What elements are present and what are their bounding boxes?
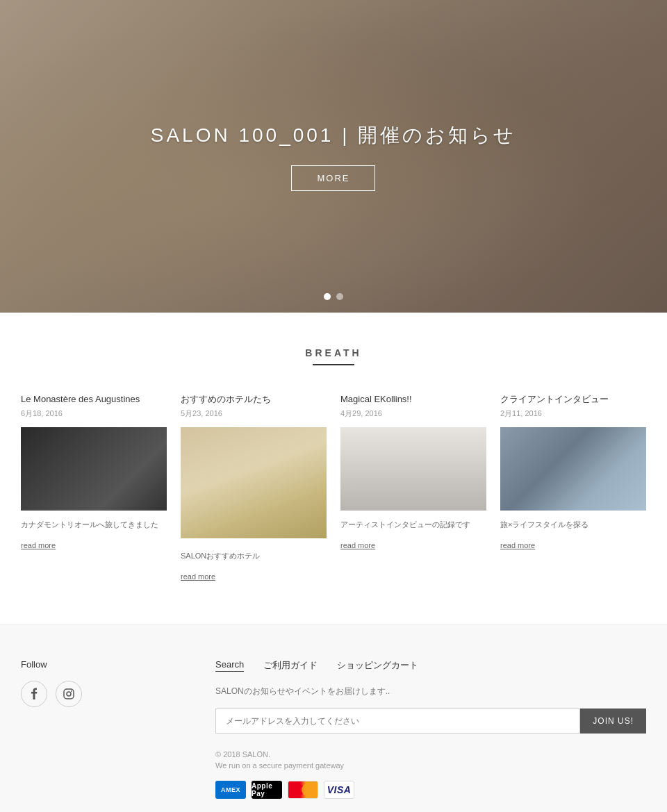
hero-title: SALON 100_001 | 開催のお知らせ [151,122,517,149]
footer-left: Follow [21,659,188,799]
blog-card-title-1: Le Monastère des Augustines [21,393,167,406]
blog-card-3: Magical EKollins!! 4月29, 2016 アーティストインタビ… [340,393,486,582]
footer-right: Search ご利用ガイド ショッピングカート SALONのお知らせやイベントを… [215,659,646,799]
blog-card-title-3: Magical EKollins!! [340,393,486,406]
email-row: JOIN US! [215,709,646,734]
instagram-icon[interactable] [56,681,82,707]
blog-card-img-2 [181,427,327,542]
monastery-image [21,427,167,511]
footer-nav-cart[interactable]: ショッピングカート [337,659,418,672]
carousel-dots [324,293,343,300]
carousel-dot-2[interactable] [336,293,343,300]
hero-content: SALON 100_001 | 開催のお知らせ MORE [151,122,517,191]
section-title-underline [313,364,354,365]
blog-grid: Le Monastère des Augustines 6月18, 2016 カ… [21,393,646,582]
figure-image [340,427,486,511]
blog-card-excerpt-1: カナダモントリオールへ旅してきました [21,519,167,531]
svg-point-1 [67,692,71,696]
section-title: BREATH [21,347,646,358]
footer-nav-search[interactable]: Search [215,659,244,672]
blog-card-date-1: 6月18, 2016 [21,408,167,419]
payment-icons: AMEX Apple Pay VISA [215,781,646,799]
blog-card-date-2: 5月23, 2016 [181,408,327,419]
footer: Follow Search ご [0,624,667,812]
blog-card-excerpt-3: アーティストインタビューの記録です [340,519,486,531]
read-more-4[interactable]: read more [500,541,535,549]
read-more-1[interactable]: read more [21,541,56,549]
blog-card-title-2: おすすめのホテルたち [181,393,327,406]
footer-inner: Follow Search ご [21,659,646,799]
skyhole-image [500,427,646,511]
newsletter-desc: SALONのお知らせやイベントをお届けします.. [215,686,646,697]
read-more-3[interactable]: read more [340,541,375,549]
blog-card-excerpt-4: 旅×ライフスタイルを探る [500,519,646,531]
blog-card-img-3 [340,427,486,511]
blog-card-title-4: クライアントインタビュー [500,393,646,406]
footer-nav-guide[interactable]: ご利用ガイド [263,659,318,672]
svg-point-2 [71,690,72,692]
interior-image [181,427,327,538]
blog-card-date-4: 2月11, 2016 [500,408,646,419]
mastercard-icon [288,781,318,799]
blog-card-img-4 [500,427,646,511]
amex-icon: AMEX [215,781,246,799]
blog-card-img-1 [21,427,167,511]
hero-section: SALON 100_001 | 開催のお知らせ MORE [0,0,667,313]
footer-nav: Search ご利用ガイド ショッピングカート [215,659,646,672]
blog-card-excerpt-2: SALONおすすめホテル [181,550,327,563]
blog-card-2: おすすめのホテルたち 5月23, 2016 SALONおすすめホテル read … [181,393,327,582]
breath-section: BREATH Le Monastère des Augustines 6月18,… [0,313,667,624]
email-input[interactable] [215,709,580,734]
carousel-dot-1[interactable] [324,293,331,300]
facebook-icon[interactable] [21,681,47,707]
blog-card-date-3: 4月29, 2016 [340,408,486,419]
join-button[interactable]: JOIN US! [580,709,646,734]
blog-card-1: Le Monastère des Augustines 6月18, 2016 カ… [21,393,167,582]
copyright-text: © 2018 SALÖN. [215,750,646,759]
apple-pay-icon: Apple Pay [252,781,282,799]
blog-card-4: クライアントインタビュー 2月11, 2016 旅×ライフスタイルを探る rea… [500,393,646,582]
secure-payment-text: We run on a secure payment gateway [215,761,646,770]
follow-label: Follow [21,659,188,670]
visa-icon: VISA [324,781,354,799]
svg-rect-0 [64,689,74,699]
read-more-2[interactable]: read more [181,572,215,581]
social-icons [21,681,188,707]
more-button[interactable]: MORE [291,165,375,191]
